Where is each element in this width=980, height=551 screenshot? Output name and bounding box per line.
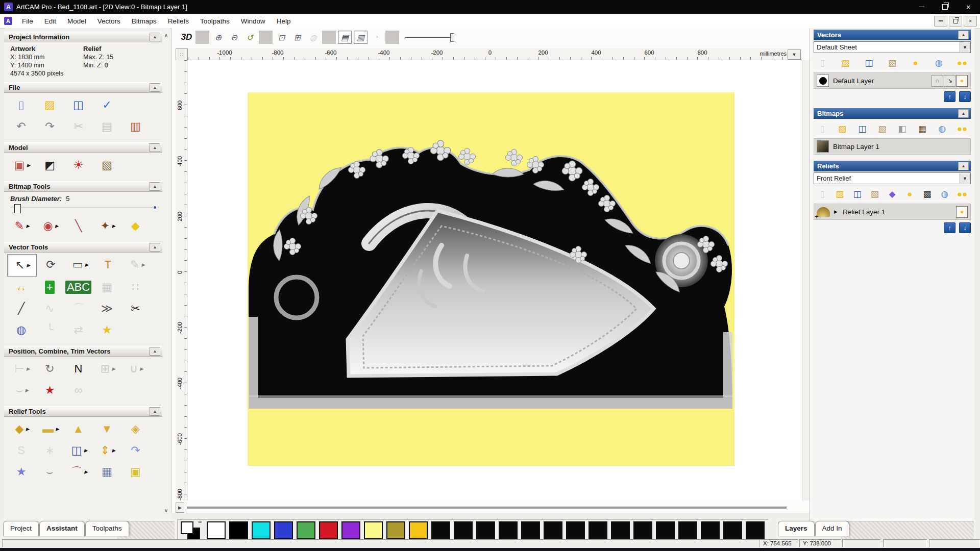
palette-swatch[interactable] [544, 521, 562, 539]
relief-layers[interactable]: ▣ [121, 461, 150, 483]
greyscale-preview[interactable]: ▩ [919, 187, 936, 201]
collapse-section-button[interactable]: ▲ [150, 182, 160, 191]
flood-fill[interactable]: ◉▶ [36, 215, 64, 237]
restore-button[interactable] [933, 0, 957, 14]
layer-colour-swatch[interactable] [817, 74, 829, 87]
offset-relief[interactable]: ◫▶ [64, 440, 93, 461]
palette-swatch[interactable] [746, 521, 765, 539]
relief-preview[interactable]: ◔ [370, 31, 383, 44]
collapse-section-button[interactable]: ▲ [150, 347, 160, 356]
copy[interactable]: ▤ [93, 116, 121, 137]
scroll-down-icon[interactable]: ∨ [162, 506, 170, 514]
drawing-viewport[interactable] [187, 60, 802, 500]
palette-swatch[interactable] [207, 521, 226, 539]
hscroll-button[interactable]: ▶ [176, 503, 184, 513]
assistant-scrollbar[interactable]: ∧ ∨ [162, 28, 170, 521]
new-bitmap-layer[interactable]: ▯ [814, 122, 830, 135]
align-vectors[interactable]: ⊢▶ [7, 358, 36, 380]
menu-item[interactable]: File [16, 15, 39, 27]
open-model[interactable]: ▨ [36, 94, 64, 116]
menu-item[interactable]: Vectors [92, 15, 126, 27]
palette-swatch[interactable] [723, 521, 742, 539]
relief-visible-bulb[interactable]: ● [956, 206, 968, 218]
sphere-relief[interactable]: ▄ [93, 483, 121, 493]
palette-swatch[interactable] [454, 521, 473, 539]
weave-relief[interactable]: ∗ [36, 440, 64, 461]
delete-relief-layer[interactable]: ◍ [937, 187, 953, 201]
palette-swatch[interactable] [364, 521, 383, 539]
bitmap-layer-row[interactable]: Bitmap Layer 1 [814, 138, 971, 155]
toggle-all-vector-layers[interactable]: ●● [954, 56, 970, 69]
colour-picker[interactable]: ╲ [64, 215, 93, 237]
menu-item[interactable]: Help [271, 15, 297, 27]
smooth-relief[interactable]: S [7, 440, 36, 461]
palette-swatch[interactable] [252, 521, 271, 539]
palette-swatch[interactable] [386, 521, 405, 539]
tab-project[interactable]: Project [3, 521, 39, 536]
zoom-selection[interactable]: ◍ [306, 31, 320, 44]
primary-secondary-colours[interactable]: ∞ [180, 521, 203, 539]
sculpt-relief[interactable]: ▄ [7, 483, 36, 493]
move-layer-down-button[interactable]: ↓ [959, 222, 971, 233]
bitmap-preview[interactable]: ▦ [914, 122, 930, 135]
zoom-in[interactable]: ⊕ [211, 31, 225, 44]
palette-swatch[interactable] [229, 521, 248, 539]
move-layer-up-button[interactable]: ↑ [944, 222, 955, 233]
slider-handle[interactable] [450, 33, 454, 42]
minimize-button[interactable] [910, 0, 933, 14]
load-bitmap-image[interactable]: ▧ [93, 155, 121, 176]
menu-item[interactable]: Reliefs [162, 15, 194, 27]
dropdown-icon[interactable]: ▼ [960, 173, 970, 183]
palette-swatch[interactable] [566, 521, 585, 539]
mirror-vectors[interactable]: ⇄ [64, 319, 93, 341]
view-3d[interactable]: 3D [180, 31, 193, 44]
menu-item[interactable]: Bitmaps [126, 15, 162, 27]
save-bitmap-layers[interactable]: ◫ [854, 122, 870, 135]
collapse-section-button[interactable]: ▲ [150, 407, 160, 416]
merge-relief-layers[interactable]: ▧ [867, 187, 883, 201]
palette-swatch[interactable] [499, 521, 518, 539]
create-rectangle[interactable]: ▭▶ [65, 254, 94, 276]
collapse-panel-button[interactable]: ▲ [958, 31, 969, 39]
brush-diameter-slider[interactable] [10, 204, 156, 213]
merge-relief[interactable]: ◈ [121, 418, 150, 440]
zoom-fit[interactable]: ⊞ [290, 31, 304, 44]
paint-tool[interactable]: ✎▶ [7, 215, 36, 237]
palette-swatch[interactable] [409, 521, 428, 539]
layer-name[interactable]: Default Layer [833, 77, 874, 85]
zoom-previous[interactable]: ↺ [243, 31, 257, 44]
two-rail-sweep[interactable]: ▄ [121, 483, 150, 493]
join-vectors[interactable]: ⌣▶ [7, 380, 36, 401]
relief-layer-row[interactable]: + ▶ Relief Layer 1 ● [814, 204, 971, 220]
new-vector-layer[interactable]: ▯ [814, 56, 830, 69]
merge-bitmap-layers[interactable]: ▧ [874, 122, 890, 135]
layer-visible-bulb[interactable]: ● [956, 75, 968, 87]
palette-swatch[interactable] [341, 521, 360, 539]
mdi-close-button[interactable]: × [964, 16, 977, 27]
offset-vectors[interactable]: ≫ [93, 298, 121, 319]
save-relief-layers[interactable]: ◫ [849, 187, 866, 201]
interlock-vectors[interactable]: ∞ [64, 380, 93, 401]
toggle-bitmap-view[interactable]: ▤ [338, 31, 352, 44]
create-dome[interactable]: ◍ [7, 319, 36, 341]
greyscale-view[interactable]: ◧ [894, 122, 911, 135]
delete-bitmap-layer[interactable]: ◍ [934, 122, 950, 135]
tab-assistant[interactable]: Assistant [39, 521, 85, 536]
palette-swatch[interactable] [633, 521, 652, 539]
weld-vectors[interactable]: ∪▶ [121, 358, 150, 380]
open-bitmap-layers[interactable]: ▨ [834, 122, 850, 135]
toggle-all-relief-layers[interactable]: ●● [954, 187, 970, 201]
add-relief[interactable]: ▲ [64, 418, 93, 440]
open-vector-layers[interactable]: ▨ [838, 56, 854, 69]
relief-visibility[interactable]: ● [901, 187, 918, 201]
palette-swatch[interactable] [678, 521, 697, 539]
envelope-relief[interactable]: ⌣ [36, 461, 64, 483]
primary-colour[interactable] [181, 521, 193, 534]
distort-vectors[interactable]: ▦ [93, 277, 121, 298]
horizontal-scrollbar[interactable]: ▶ [176, 502, 802, 513]
layer-name[interactable]: Bitmap Layer 1 [833, 143, 879, 151]
palette-swatch[interactable] [274, 521, 293, 539]
tab-add-in[interactable]: Add In [815, 521, 849, 536]
menu-item[interactable]: Model [62, 15, 92, 27]
move-layer-down-button[interactable]: ↓ [959, 91, 971, 102]
